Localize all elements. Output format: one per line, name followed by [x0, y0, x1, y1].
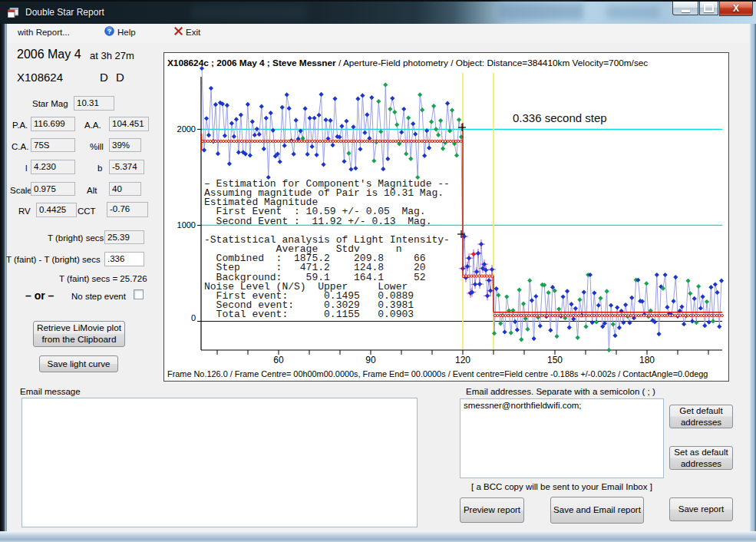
star-mag-label: Star Mag	[32, 99, 68, 108]
star-mag-field[interactable]: 10.31	[74, 96, 114, 111]
maximize-button[interactable]	[699, 2, 718, 15]
close-icon: X	[733, 3, 739, 14]
ill-label: %ill	[90, 142, 104, 151]
stats-text-block: – Estimation for Component's Magnitude -…	[204, 180, 450, 319]
no-step-checkbox[interactable]	[134, 289, 144, 299]
svg-text:0: 0	[191, 313, 196, 322]
glass-blur-blob	[606, 6, 660, 18]
window-bottom-border	[0, 531, 756, 542]
menu-exit[interactable]: Exit	[186, 28, 200, 37]
t-faint-label: T (faint) secs = 25.726	[59, 274, 147, 283]
aa-label: A.A.	[84, 121, 101, 130]
glass-blur-blob	[499, 3, 583, 20]
frame-info-text: Frame No.126.0 / Frame Centre= 00h00m00.…	[167, 369, 708, 378]
b-label: b	[97, 164, 102, 173]
t-bright-field[interactable]: 25.39	[104, 230, 144, 244]
b-field[interactable]: -5.374	[109, 160, 144, 174]
l-field[interactable]: 4.230	[31, 160, 75, 174]
ill-field[interactable]: 39%	[109, 138, 141, 152]
glass-blur-blob	[192, 5, 307, 20]
t-diff-label: T (faint) - T (bright) secs	[6, 255, 101, 264]
svg-text:150: 150	[547, 355, 563, 365]
step-annotation: 0.336 second step	[513, 111, 607, 124]
ca-field[interactable]: 75S	[31, 138, 75, 152]
or-label: – or –	[25, 289, 54, 302]
rv-field[interactable]: 0.4425	[36, 203, 77, 217]
event-type: D D	[100, 71, 127, 84]
save-and-email-report-button[interactable]: Save and Email report	[550, 497, 644, 524]
title-bar[interactable]: Double Star Report X	[0, 0, 756, 24]
alt-field[interactable]: 40	[109, 182, 141, 196]
exit-icon	[174, 27, 183, 35]
no-step-label: No step event	[71, 292, 126, 301]
help-icon: ?	[104, 26, 114, 36]
svg-text:180: 180	[639, 355, 655, 365]
minimize-icon	[682, 10, 690, 12]
t-bright-label: T (bright) secs	[48, 233, 104, 243]
svg-text:2000: 2000	[177, 124, 196, 134]
email-addresses-input[interactable]	[460, 398, 664, 478]
cct-field[interactable]: -0.76	[107, 202, 148, 217]
event-time: at 3h 27m	[90, 50, 134, 61]
preview-report-button[interactable]: Preview report	[460, 497, 524, 523]
ca-label: C.A.	[12, 142, 28, 151]
minimize-button[interactable]	[672, 2, 698, 15]
svg-text:1000: 1000	[177, 220, 196, 230]
scale-field[interactable]: 0.975	[31, 182, 75, 196]
app-icon	[8, 8, 18, 18]
email-message-input[interactable]	[21, 398, 418, 527]
l-label: l	[25, 164, 28, 173]
t-diff-field[interactable]: .336	[104, 252, 144, 266]
pa-label: P.A.	[12, 121, 28, 130]
window-right-border	[749, 24, 756, 531]
svg-text:?: ?	[107, 28, 112, 35]
save-light-curve-button[interactable]: Save light curve	[39, 355, 118, 372]
screen: Double Star Report X with Report... ? He…	[0, 0, 756, 542]
maximize-icon	[704, 4, 714, 12]
retrieve-limovie-button[interactable]: Retrieve LiMovie plot from the Clipboard	[33, 321, 125, 347]
aa-field[interactable]: 104.451	[109, 117, 149, 131]
alt-label: Alt	[87, 186, 97, 195]
scale-label: Scale	[10, 186, 32, 195]
close-button[interactable]: X	[719, 2, 753, 16]
event-date: 2006 May 4	[17, 48, 81, 61]
email-message-label: Email message	[20, 387, 81, 396]
email-addresses-label: Email addresses. Separate with a semicol…	[466, 387, 655, 396]
menu-help[interactable]: Help	[117, 28, 136, 37]
menu-with-report[interactable]: with Report...	[18, 28, 70, 37]
cct-label: CCT	[78, 207, 96, 216]
save-report-button[interactable]: Save report	[669, 497, 733, 521]
window-title: Double Star Report	[25, 7, 104, 18]
star-id: X108624	[17, 71, 63, 84]
pa-field[interactable]: 116.699	[31, 117, 75, 131]
bcc-note: [ a BCC copy will be sent to your Email …	[471, 482, 652, 491]
window-left-border	[0, 24, 7, 531]
get-default-addresses-button[interactable]: Get default addresses	[669, 405, 733, 428]
set-default-addresses-button[interactable]: Set as default addresses	[669, 446, 733, 470]
svg-text:120: 120	[455, 355, 470, 365]
rv-label: RV	[18, 207, 31, 216]
svg-text:90: 90	[365, 355, 376, 365]
svg-text:60: 60	[273, 355, 284, 365]
